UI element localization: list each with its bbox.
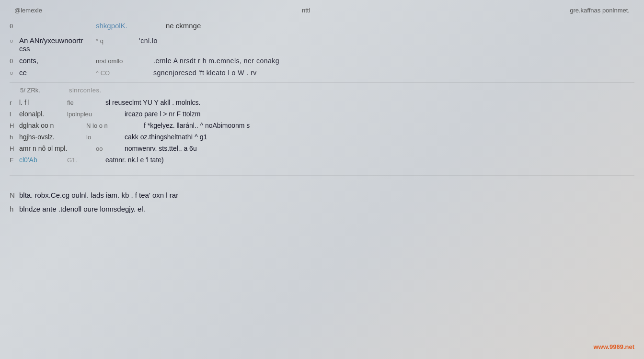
sub-header-col2: shkgpolK. — [96, 22, 127, 30]
row-2-col3: .ernle A nrsdt r h m.emnels, ner conakg — [153, 57, 634, 65]
sub-header-icon: θ — [10, 22, 19, 30]
br2-text: blndze ante .tdenoll oure lonnsdegjу. el… — [19, 205, 145, 213]
watermark: www.9969.net — [594, 343, 635, 350]
tr4-col3: cakk oz.thingsheltnathI ^ g1 — [125, 133, 634, 141]
tr1-col1: l. f l — [19, 99, 67, 106]
tr6-col2: G1. — [67, 157, 105, 164]
row-3-icon: ○ — [10, 69, 19, 77]
tr4-col2: lo — [86, 134, 125, 141]
row-2: θ conts, nrst omllo .ernle A nrsdt r h m… — [10, 55, 634, 67]
tr3-col3: f *kgelyez. llaránl.. ^ noAbimoonm s — [144, 122, 596, 129]
tr5-col1: amr n nô ol mpl. — [19, 145, 96, 152]
table-row-3: H dglnak oo n N lo o n f *kgelyez. llará… — [10, 120, 634, 131]
section-headers-row: 5/ ZRk. slnrconles. — [10, 87, 634, 94]
tr3-col1: dglnak oo n — [19, 122, 86, 129]
table-row-5: H amr n nô ol mpl. oo nomwenrv. sts.ttel… — [10, 143, 634, 154]
sub-header-row: θ shkgpolK. ne ckmnge — [10, 20, 634, 32]
row-1-icon: ○ — [10, 37, 19, 45]
row-3-col2: ^ CO — [96, 69, 153, 77]
divider-2 — [10, 175, 634, 176]
bottom-row-1: N bltа. robx.Ce.cg oulnl. lads iam. kb .… — [10, 190, 634, 200]
tr3-icon: H — [10, 122, 19, 129]
tr5-icon: H — [10, 145, 19, 152]
sub-header-col3: ne ckmnge — [166, 22, 201, 30]
section-header-1: 5/ ZRk. — [20, 87, 40, 94]
tr6-col3: eatnnr. nk.l e 'l tate) — [105, 156, 634, 164]
tr6-col1: cl0'Ab — [19, 156, 67, 164]
tr6-icon: E — [10, 157, 19, 164]
tr4-col1: hgjhs-ovslz. — [19, 133, 86, 141]
divider-1 — [10, 82, 634, 83]
row-3-col3: sgnenjoresed 'ft kleato l o W . rv — [153, 69, 634, 77]
tr1-icon: r — [10, 99, 19, 106]
table-row-4: h hgjhs-ovslz. lo cakk oz.thingsheltnath… — [10, 131, 634, 143]
row-2-col1: conts, — [19, 56, 96, 65]
table-row-2: l elonalpl. lpolnpleu ircazo pare l > nr… — [10, 108, 634, 120]
tr1-col2: fle — [67, 99, 105, 106]
top-right-text: gre.kaffnas ponlnmet. — [570, 7, 630, 14]
tr1-col3: sl reuseclmt YU Y akll . molnlcs. — [105, 99, 634, 106]
tr2-col1: elonalpl. — [19, 110, 67, 118]
row-2-icon: θ — [10, 57, 19, 65]
tr5-col3: nomwenrv. sts.ttel.. a 6u — [125, 145, 634, 152]
row-3-col1: ce — [19, 68, 96, 77]
tr2-col2: lpolnpleu — [67, 111, 125, 118]
br1-text: bltа. robx.Ce.cg oulnl. lads iam. kb . f… — [19, 191, 178, 199]
tr2-icon: l — [10, 111, 19, 118]
tr4-icon: h — [10, 134, 19, 141]
section-header-2: slnrconles. — [69, 87, 102, 94]
row-3: ○ ce ^ CO sgnenjoresed 'ft kleato l o W … — [10, 67, 634, 79]
table-row-1: r l. f l fle sl reuseclmt YU Y akll . mo… — [10, 97, 634, 108]
br1-icon: N — [10, 191, 19, 199]
row-1: ○ An ANr/yxeuwnoortr css ° q 'cnl.lo — [10, 34, 634, 55]
table-row-6: E cl0'Ab G1. eatnnr. nk.l e 'l tate) — [10, 154, 634, 166]
tr5-col2: oo — [96, 145, 125, 152]
tr3-col2: N lo o n — [86, 122, 144, 129]
tr2-col3: ircazo pare l > nr F ttolzm — [125, 110, 634, 118]
row-1-col3: 'cnl.lo — [139, 37, 634, 45]
row-1-col1: An ANr/yxeuwnoortr css — [19, 36, 96, 53]
br2-icon: h — [10, 205, 19, 213]
row-1-col2: ° q — [96, 37, 139, 45]
top-left-text: @lemexle — [14, 7, 42, 14]
top-info-row: @lemexle nttl gre.kaffnas ponlnmet. — [10, 5, 634, 16]
main-content: @lemexle nttl gre.kaffnas ponlnmet. θ sh… — [0, 0, 644, 359]
row-2-col2: nrst omllo — [96, 57, 153, 65]
bottom-row-2: h blndze ante .tdenoll oure lonnsdegjу. … — [10, 204, 634, 214]
bottom-section: N bltа. robx.Ce.cg oulnl. lads iam. kb .… — [10, 190, 634, 214]
top-mid-text: nttl — [302, 7, 310, 14]
